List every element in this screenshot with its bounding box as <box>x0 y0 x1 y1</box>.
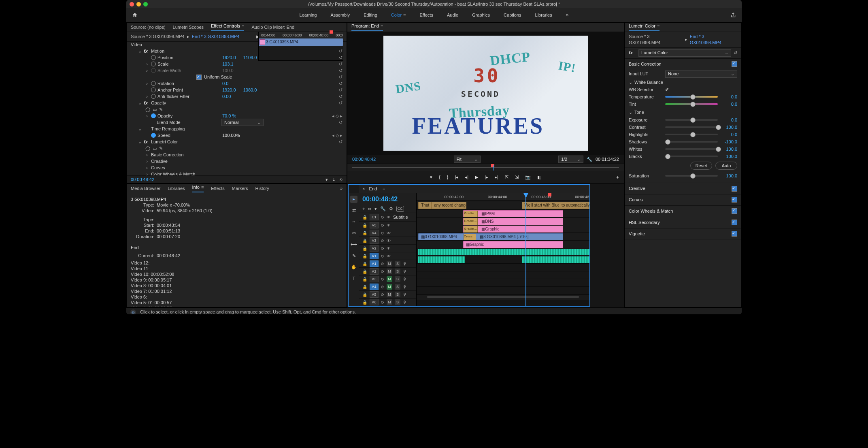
reset-icon[interactable]: ↺ <box>339 119 343 126</box>
scrubber-playhead[interactable] <box>493 165 494 171</box>
sync-lock-icon[interactable]: ⟳ <box>381 292 384 298</box>
lock-icon[interactable]: 🔒 <box>362 269 367 275</box>
auto-button[interactable]: Auto <box>715 162 737 170</box>
lock-icon[interactable]: 🔒 <box>362 261 367 267</box>
reset-icon[interactable]: ↺ <box>339 74 343 80</box>
section-color-wheels[interactable]: Color Wheels & Match <box>625 206 741 217</box>
mute-button[interactable]: M <box>387 299 392 305</box>
lumetri-effect-select[interactable]: Lumetri Color⌄ <box>638 49 731 57</box>
reset-icon[interactable]: ↺ <box>339 48 343 54</box>
voice-over-icon[interactable]: 🎙 <box>403 277 407 282</box>
mute-button[interactable]: M <box>387 284 392 290</box>
wrench-icon[interactable]: 🔧 <box>587 156 592 162</box>
subtitle-clip[interactable]: We'll start with BlueCa… <box>522 202 564 209</box>
subtitle-track[interactable]: That …any record change …We'll start wit… <box>417 201 589 209</box>
track-target[interactable]: V5 <box>370 222 379 228</box>
sync-lock-icon[interactable]: ⟳ <box>381 277 384 282</box>
lock-icon[interactable]: 🔒 <box>362 215 367 220</box>
section-basic-header[interactable]: Basic Correction <box>625 59 741 70</box>
clip-graphic-v1[interactable]: ▦ Graphic <box>463 241 563 248</box>
position-y[interactable]: 1106.0 <box>243 55 257 61</box>
solo-button[interactable]: S <box>395 299 400 305</box>
settings-icon[interactable]: ⚙ <box>389 206 393 212</box>
speed-value[interactable]: 100.00% <box>222 132 240 139</box>
workspace-libraries[interactable]: Libraries <box>535 12 552 18</box>
whites-value[interactable]: 100.0 <box>720 146 737 152</box>
track-target[interactable]: V4 <box>370 230 379 236</box>
keyframe-nav[interactable]: ◂ ◇ ▸ <box>332 113 343 119</box>
tab-source[interactable]: Source: (no clips) <box>131 24 166 30</box>
pin-icon[interactable]: ↧ <box>332 177 336 183</box>
clip-gx-right[interactable]: Cross…▦ 3 GX010398.MP4 [-70%] <box>463 233 563 241</box>
hand-tool[interactable]: ✋ <box>350 264 357 271</box>
workspace-learning[interactable]: Learning <box>300 12 317 18</box>
comparison-button[interactable]: ◧ <box>537 174 541 180</box>
toggle-track-output[interactable]: 👁 <box>387 254 391 259</box>
lock-icon[interactable]: 🔒 <box>362 246 367 252</box>
tint-value[interactable]: 0.0 <box>720 101 737 107</box>
solo-button[interactable]: S <box>395 292 400 297</box>
saturation-slider[interactable] <box>665 175 718 177</box>
track-a1[interactable] <box>417 248 589 256</box>
track-select-tool[interactable]: ⇄ <box>350 207 357 214</box>
tab-info[interactable]: Info≡ <box>192 184 204 192</box>
close-sequence-button[interactable]: × <box>362 186 365 192</box>
sync-lock-icon[interactable]: ⟳ <box>381 215 384 220</box>
anchor-x[interactable]: 1920.0 <box>222 87 236 93</box>
program-timecode-left[interactable]: 00:00:48:42 <box>352 156 376 162</box>
track-v3[interactable]: Gradie…▦ Graphic <box>417 225 589 233</box>
sync-lock-icon[interactable]: ⟳ <box>381 246 384 252</box>
sync-lock-icon[interactable]: ⟳ <box>381 261 384 267</box>
sync-lock-icon[interactable]: ⟳ <box>381 238 384 244</box>
flicker-value[interactable]: 0.00 <box>222 94 231 100</box>
blacks-value[interactable]: -100.0 <box>720 154 737 160</box>
mute-button[interactable]: M <box>387 292 392 297</box>
keyframe-toggle[interactable] <box>151 113 156 118</box>
lift-button[interactable]: ⇱ <box>505 174 508 180</box>
voice-over-icon[interactable]: 🎙 <box>403 284 407 290</box>
type-tool[interactable]: T <box>350 275 357 282</box>
close-window-button[interactable] <box>130 2 134 6</box>
temperature-slider[interactable] <box>665 96 718 98</box>
sync-lock-icon[interactable]: ⟳ <box>381 284 384 290</box>
ripple-tool[interactable]: ↔ <box>350 218 357 226</box>
workspace-assembly[interactable]: Assembly <box>330 12 350 18</box>
tab-media-browser[interactable]: Media Browser <box>131 186 160 192</box>
track-a3[interactable] <box>417 263 589 271</box>
reset-icon[interactable]: ↺ <box>339 100 343 106</box>
temperature-value[interactable]: 0.0 <box>720 94 737 100</box>
ec-sequence-crumb[interactable]: End * 3 GX010398.MP4 <box>192 34 239 40</box>
ec-motion[interactable]: ⌄fxMotion↺ <box>127 48 347 54</box>
section-curves[interactable]: Curves <box>625 194 741 205</box>
sync-lock-icon[interactable]: ⟳ <box>381 269 384 275</box>
whites-slider[interactable] <box>665 148 718 150</box>
toggle-track-output[interactable]: 👁 <box>387 223 391 228</box>
workspace-editing[interactable]: Editing <box>364 12 377 18</box>
keyframe-toggle[interactable] <box>151 94 156 99</box>
timeline-ruler[interactable]: . 00:00:42:00 00:00:44:00 00:00:46:00 00… <box>417 193 589 201</box>
keyframe-toggle[interactable] <box>151 87 156 92</box>
reset-icon[interactable]: ↺ <box>339 94 343 100</box>
program-view[interactable]: DHCP DNS IP! 30 SECOND Thursday FEATURES <box>347 32 624 155</box>
track-target[interactable]: A3 <box>370 276 379 282</box>
program-scrubber[interactable] <box>347 164 624 171</box>
track-a6[interactable] <box>417 286 589 294</box>
workspace-audio[interactable]: Audio <box>447 12 458 18</box>
ec-time-remapping[interactable]: ⌄fxTime Remapping <box>127 126 347 132</box>
section-enable-checkbox[interactable] <box>732 231 737 237</box>
reset-button[interactable]: Reset <box>690 162 712 170</box>
tab-lumetri-scopes[interactable]: Lumetri Scopes <box>173 24 204 30</box>
keyframe-nav[interactable]: ◂ ◇ ▸ <box>332 132 343 139</box>
mask-ellipse-icon[interactable]: ◯ <box>145 145 150 151</box>
tab-program[interactable]: Program: End≡ <box>351 23 383 31</box>
go-to-in-button[interactable]: |◂ <box>455 174 458 180</box>
clip-dns[interactable]: Gradie…▦ DNS <box>463 218 563 225</box>
section-enable-checkbox[interactable] <box>732 186 737 192</box>
mute-button[interactable]: M <box>387 261 392 267</box>
solo-button[interactable]: S <box>395 284 400 290</box>
mask-ellipse-icon[interactable]: ◯ <box>145 107 150 113</box>
solo-button[interactable]: S <box>395 261 400 267</box>
clip-gx-left[interactable]: ▦ 3 GX010398.MP4 <box>418 233 465 241</box>
sequence-name[interactable]: End <box>369 186 377 192</box>
reset-icon[interactable]: ↺ <box>339 139 343 145</box>
